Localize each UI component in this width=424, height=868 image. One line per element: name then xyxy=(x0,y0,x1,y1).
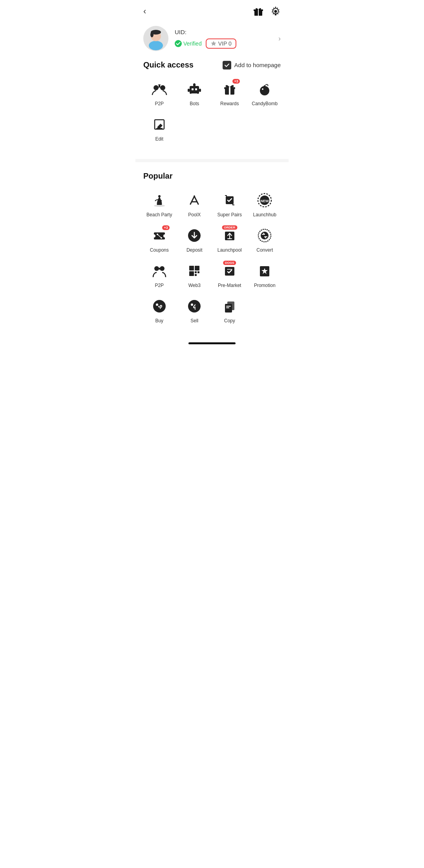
popular-sell[interactable]: Sell xyxy=(179,294,211,327)
svg-point-63 xyxy=(156,303,158,306)
deposit-label: Deposit xyxy=(186,247,203,253)
popular-section: Popular Beach Party PoolX xyxy=(135,165,289,338)
svg-rect-20 xyxy=(199,89,201,92)
uid-label: UID: xyxy=(175,29,272,35)
svg-rect-55 xyxy=(189,271,194,276)
popular-beach-party[interactable]: Beach Party xyxy=(143,188,175,221)
rewards-label: Rewards xyxy=(220,101,239,106)
popular-row1: Beach Party PoolX Super Pairs xyxy=(143,188,281,221)
pre-market-label: Pre-Market xyxy=(218,283,241,288)
settings-icon[interactable] xyxy=(270,6,281,16)
popular-deposit[interactable]: Deposit xyxy=(179,224,211,256)
svg-rect-17 xyxy=(192,88,194,90)
quick-access-section: Quick access Add to homepage xyxy=(135,60,289,156)
profile-info: UID: Verified VIP 0 xyxy=(175,29,272,49)
quick-access-edit[interactable]: Edit xyxy=(143,113,175,145)
buy-label: Buy xyxy=(155,318,163,323)
divider xyxy=(135,159,289,162)
edit-label: Edit xyxy=(155,136,163,142)
popular-launchpool[interactable]: ORDER Launchpool xyxy=(214,224,246,256)
coupons-label: Coupons xyxy=(150,247,169,253)
vip-label: VIP 0 xyxy=(218,40,232,47)
svg-rect-30 xyxy=(156,128,163,129)
quick-access-rewards[interactable]: +3 Rewards xyxy=(214,77,246,110)
p2p2-label: P2P xyxy=(155,283,164,288)
svg-rect-16 xyxy=(190,86,199,94)
checkbox-checked-icon xyxy=(223,61,231,69)
popular-empty xyxy=(249,294,281,327)
launchpool-badge: ORDER xyxy=(222,225,237,230)
popular-coupons[interactable]: +3 Coupons xyxy=(143,224,175,256)
quick-access-grid: P2P Bots +3 xyxy=(143,77,281,110)
svg-rect-18 xyxy=(195,88,197,90)
svg-rect-15 xyxy=(159,84,160,88)
bots-label: Bots xyxy=(190,101,199,106)
svg-point-33 xyxy=(194,196,195,197)
popular-promotion[interactable]: Promotion xyxy=(249,259,281,291)
quick-access-row2: Edit xyxy=(143,113,281,145)
rewards-badge: +3 xyxy=(232,79,239,84)
popular-super-pairs[interactable]: Super Pairs xyxy=(214,188,246,221)
add-homepage-label: Add to homepage xyxy=(234,62,281,68)
popular-poolx[interactable]: PoolX xyxy=(179,188,211,221)
svg-rect-68 xyxy=(226,306,231,307)
svg-rect-69 xyxy=(226,307,229,308)
web3-label: Web3 xyxy=(188,283,201,288)
gift-icon[interactable] xyxy=(253,6,263,16)
avatar xyxy=(143,26,168,51)
popular-copy[interactable]: Copy xyxy=(214,294,246,327)
quick-access-title: Quick access xyxy=(143,60,194,69)
svg-point-47 xyxy=(261,232,269,239)
svg-rect-12 xyxy=(160,85,165,90)
popular-p2p[interactable]: P2P xyxy=(143,259,175,291)
svg-rect-2 xyxy=(258,9,259,16)
svg-point-8 xyxy=(150,32,154,37)
quick-access-bots[interactable]: Bots xyxy=(179,77,211,110)
svg-point-42 xyxy=(157,234,158,235)
popular-launchhub[interactable]: NEW Launchhub xyxy=(249,188,281,221)
bottom-bar xyxy=(135,338,289,349)
back-button[interactable]: ‹ xyxy=(143,6,146,16)
popular-header: Popular xyxy=(143,172,281,181)
quick-access-candybomb[interactable]: CandyBomb xyxy=(249,77,281,110)
promotion-label: Promotion xyxy=(254,283,276,288)
svg-point-3 xyxy=(274,10,277,13)
launchpool-label: Launchpool xyxy=(217,247,242,253)
svg-rect-19 xyxy=(188,89,190,92)
svg-rect-53 xyxy=(189,266,194,270)
p2p-label: P2P xyxy=(155,101,164,106)
super-pairs-label: Super Pairs xyxy=(217,212,242,217)
svg-point-49 xyxy=(160,266,164,271)
add-homepage-toggle[interactable]: Add to homepage xyxy=(223,61,281,69)
popular-pre-market[interactable]: DOGS Pre-Market xyxy=(214,259,246,291)
svg-point-32 xyxy=(158,195,161,197)
header: ‹ xyxy=(135,0,289,20)
popular-buy[interactable]: Buy xyxy=(143,294,175,327)
svg-rect-59 xyxy=(225,267,234,276)
sell-label: Sell xyxy=(190,318,198,323)
svg-rect-57 xyxy=(197,271,199,273)
popular-title: Popular xyxy=(143,172,172,181)
vip-badge: VIP 0 xyxy=(206,38,236,49)
coupons-badge: +3 xyxy=(162,225,169,230)
svg-text:NEW: NEW xyxy=(261,199,269,203)
launchhub-label: Launchhub xyxy=(253,212,276,217)
svg-point-62 xyxy=(153,300,166,312)
popular-web3[interactable]: Web3 xyxy=(179,259,211,291)
profile-chevron-icon[interactable]: › xyxy=(278,35,281,43)
svg-rect-25 xyxy=(229,87,230,95)
verified-label: Verified xyxy=(183,40,202,47)
svg-rect-54 xyxy=(195,266,199,270)
quick-access-header: Quick access Add to homepage xyxy=(143,60,281,69)
copy-label: Copy xyxy=(224,318,235,323)
popular-row3: P2P Web3 DOGS xyxy=(143,259,281,291)
svg-rect-56 xyxy=(195,271,197,273)
svg-point-48 xyxy=(154,266,159,271)
profile-section: UID: Verified VIP 0 › xyxy=(135,20,289,60)
candybomb-label: CandyBomb xyxy=(252,101,278,106)
popular-row4: Buy Sell Copy xyxy=(143,294,281,327)
quick-access-p2p[interactable]: P2P xyxy=(143,77,175,110)
verified-badge: Verified xyxy=(175,40,202,47)
convert-label: Convert xyxy=(256,247,273,253)
popular-convert[interactable]: Convert xyxy=(249,224,281,256)
